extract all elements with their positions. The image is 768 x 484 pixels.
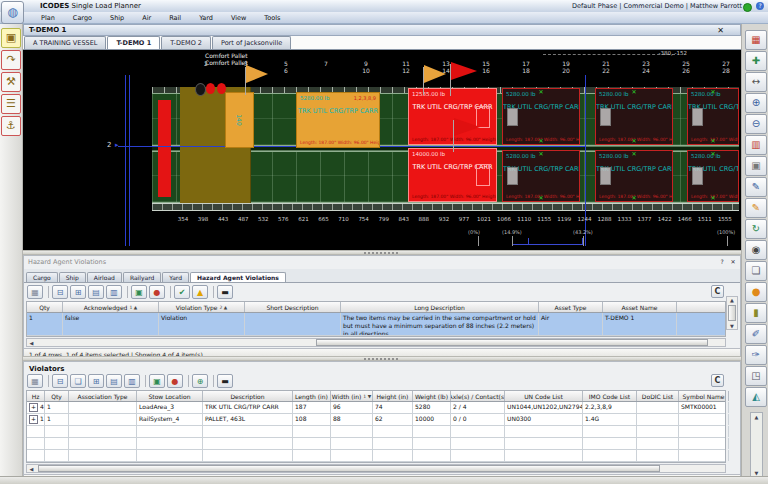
comment-button[interactable]: ❏ (745, 261, 767, 281)
refresh-view-button[interactable]: ↻ (745, 219, 767, 239)
column-header[interactable]: Stow Location (137, 391, 203, 401)
annotate-pen-button[interactable]: ✎ (745, 177, 767, 197)
column-header[interactable]: Axle(s) / Contact(s) (451, 391, 505, 401)
select-region-button[interactable]: ◳ (745, 366, 767, 386)
expand-all-button[interactable]: ⊞ (70, 285, 86, 299)
collapse-all-button[interactable]: ⊟ (52, 374, 68, 388)
cargo-item[interactable]: 5280.00 lbTRK UTIL CRG/TRP CARRLength: 1… (687, 150, 739, 202)
column-header[interactable]: Weight (lb) (413, 391, 451, 401)
select-mode-button[interactable]: ▤ (106, 374, 122, 388)
row-expander[interactable]: + (29, 403, 38, 412)
sidebar-item-forklift-icon[interactable]: ⚒ (1, 72, 21, 92)
column-header[interactable]: Asset Name (603, 302, 677, 312)
column-header[interactable]: Acknowledged1 ▲ (63, 302, 159, 312)
panel-tab-yard[interactable]: Yard (162, 272, 189, 282)
cargo-item[interactable]: 5280.00 lbTRK UTIL CRG/TRP CARRLength: 1… (595, 88, 673, 145)
expand-all-button[interactable]: ⊞ (88, 374, 104, 388)
panel-help-icon[interactable]: ? (718, 258, 726, 266)
column-header[interactable]: IMO Code List (583, 391, 637, 401)
sign-button[interactable]: ✐ (745, 324, 767, 344)
export-excel-button[interactable]: ▣ (149, 374, 165, 388)
record-button[interactable]: ● (745, 282, 767, 302)
menu-item-plan[interactable]: Plan (32, 14, 64, 22)
column-header[interactable]: Asset Type (539, 302, 603, 312)
hazard-warning-button[interactable]: ▲ (192, 285, 208, 299)
sidebar-item-stow-plan-icon[interactable]: ▣ (1, 28, 21, 48)
panel-tab-cargo[interactable]: Cargo (26, 272, 58, 282)
panel-tab-airload[interactable]: Airload (87, 272, 122, 282)
sidebar-item-cargo-move-icon[interactable]: ↷ (1, 50, 21, 70)
cargo-item[interactable]: 14000.00 lbTRK UTIL CRG/TRP CARRLength: … (408, 148, 497, 202)
fit-width-button[interactable]: ↔ (745, 72, 767, 92)
cargo-item[interactable]: 5280.00 lbTRK UTIL CRG/TRP CARRLength: 1… (595, 150, 673, 202)
zoom-out-button[interactable]: ⊖ (745, 114, 767, 134)
column-header[interactable]: Short Description (245, 302, 341, 312)
column-header[interactable]: Association Type (69, 391, 137, 401)
row-expander[interactable]: + (29, 415, 38, 424)
scroll-up-icon[interactable]: ▲ (727, 297, 737, 303)
refresh-button[interactable]: C (711, 285, 724, 298)
cargo-item[interactable]: 5280.00 lbTRK UTIL CRG/TRP CARRLength: 1… (502, 150, 580, 202)
menu-item-view[interactable]: View (222, 14, 255, 22)
column-header[interactable]: Width (in)1 ▼ (331, 391, 373, 401)
cargo-item[interactable]: 5280.00 lbTRK UTIL CRG/TRP CARRLength: 1… (687, 88, 739, 145)
panel-tab-ship[interactable]: Ship (59, 272, 86, 282)
tab-t-demo-1[interactable]: T-DEMO 1 (107, 36, 160, 49)
battery-button[interactable]: ▮ (745, 303, 767, 323)
menu-item-cargo[interactable]: Cargo (64, 14, 101, 22)
menu-item-rail[interactable]: Rail (160, 14, 190, 22)
cargo-grid-button[interactable]: ▦ (745, 30, 767, 50)
scroll-left-icon[interactable]: ◀ (27, 466, 36, 472)
column-header[interactable]: Long Description (341, 302, 539, 312)
column-header[interactable]: UN Code List (505, 391, 583, 401)
export-pdf-button[interactable]: ● (149, 285, 165, 299)
hazard-vscrollbar[interactable]: ▲ ▼ (726, 296, 738, 330)
zoom-in-button[interactable]: ⊕ (745, 93, 767, 113)
table-row[interactable]: 1falseViolationThe two items may be carr… (27, 313, 725, 336)
menu-item-tools[interactable]: Tools (255, 14, 289, 22)
details-button[interactable]: ❏ (70, 374, 86, 388)
acknowledge-button[interactable]: ✔ (174, 285, 190, 299)
export-pdf-button[interactable]: ● (167, 374, 183, 388)
scroll-down-icon[interactable]: ▼ (727, 323, 737, 329)
close-icon[interactable]: ✕ (717, 26, 724, 35)
app-logo-icon[interactable]: ◍ (1, 1, 24, 24)
hazard-hscrollbar[interactable]: ◀ (26, 338, 726, 347)
cargo-item[interactable]: 140 (225, 92, 254, 148)
display-board-button[interactable]: ▬ (217, 285, 233, 299)
violators-hscrollbar[interactable]: ◀ (26, 464, 726, 473)
sidebar-item-rail-icon[interactable]: ☰ (1, 94, 21, 114)
column-header[interactable]: DoDIC List (637, 391, 679, 401)
table-row[interactable]: +41LoadArea_3TRK UTIL CRG/TRP CARR187967… (27, 402, 725, 414)
column-header[interactable]: Qty (27, 302, 63, 312)
column-header[interactable]: Symbol Name (679, 391, 729, 401)
cargo-item[interactable]: 5280.00 lb1,2,3,8,9TRK UTIL CRG/TRP CARR… (296, 92, 380, 148)
deck-canvas[interactable]: -380, -152 Comfort Pallet Comfort Pallet… (23, 50, 741, 250)
panel-tab-hazard-agent-violations[interactable]: Hazard Agent Violations (190, 272, 286, 282)
export-grid-button[interactable]: ▥ (124, 374, 140, 388)
column-header[interactable]: Length (in) (293, 391, 331, 401)
export-grid-button[interactable]: ▥ (106, 285, 122, 299)
stamp-button[interactable]: ✑ (745, 345, 767, 365)
tab-port-of-jacksonville[interactable]: Port of Jacksonville (212, 36, 291, 49)
add-item-button[interactable]: ⊕ (192, 374, 208, 388)
display-board-button[interactable]: ▬ (217, 374, 233, 388)
pan-button[interactable]: ✚ (745, 51, 767, 71)
column-header[interactable]: Violation Type2 ▲ (159, 302, 245, 312)
snapshot-button[interactable]: ▣ (745, 156, 767, 176)
export-excel-button[interactable]: ▣ (131, 285, 147, 299)
menu-item-yard[interactable]: Yard (190, 14, 222, 22)
panel-close-icon[interactable]: ✕ (729, 258, 737, 266)
lamp-button[interactable]: ◉ (745, 240, 767, 260)
scroll-thumb[interactable] (38, 465, 660, 472)
grid-options-button[interactable]: ▦ (27, 374, 43, 388)
stow-table-button[interactable]: ▥ (745, 135, 767, 155)
table-row[interactable]: +11RailSystem_4PALLET, 463L1088862100000… (27, 414, 725, 426)
column-header[interactable]: Hz (27, 391, 45, 401)
scroll-up-icon[interactable]: ▲ (751, 414, 762, 420)
tab-t-demo-2[interactable]: T-DEMO 2 (161, 36, 211, 49)
refresh-button[interactable]: C (711, 374, 724, 387)
scroll-thumb[interactable] (316, 339, 708, 346)
column-header[interactable]: Height (in) (373, 391, 413, 401)
panel-tab-railyard[interactable]: Railyard (123, 272, 161, 282)
